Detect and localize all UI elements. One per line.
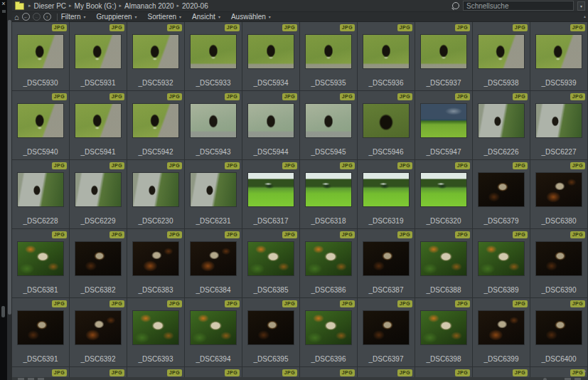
menu-gruppieren[interactable]: Gruppieren ▾ — [96, 13, 137, 21]
thumbnail-cell[interactable]: JPG _DSC6380 — [530, 160, 587, 228]
photo-thumbnail[interactable] — [18, 35, 63, 68]
thumbnail-cell[interactable]: JPG _DSC5932 — [127, 22, 184, 90]
thumbnail-cell[interactable]: JPG _DSC6390 — [530, 229, 587, 297]
photo-thumbnail[interactable] — [75, 173, 121, 206]
photo-thumbnail[interactable] — [363, 311, 409, 344]
photo-thumbnail[interactable] — [248, 242, 294, 275]
photo-thumbnail[interactable] — [479, 35, 524, 68]
photo-thumbnail[interactable] — [306, 35, 351, 68]
photo-thumbnail[interactable] — [479, 173, 524, 206]
photo-thumbnail[interactable] — [191, 173, 236, 206]
thumbnail-cell[interactable]: JPG _DSC6397 — [358, 298, 415, 366]
thumbnail-cell[interactable]: JPG _DSC6385 — [242, 229, 299, 297]
thumbnail-cell[interactable]: JPG _DSC6230 — [127, 160, 184, 228]
thumbnail-cell[interactable]: JPG _DSC6318 — [300, 160, 357, 228]
thumbnail-cell[interactable]: JPG _DSC5934 — [242, 22, 299, 90]
menu-ansicht[interactable]: Ansicht ▾ — [192, 13, 220, 21]
thumbnail-cell[interactable]: JPG _DSC6228 — [12, 160, 69, 228]
photo-thumbnail[interactable] — [421, 173, 466, 206]
thumbnail-cell[interactable]: JPG _DSC5941 — [70, 91, 127, 159]
search-options-dropdown[interactable]: ▾ — [577, 1, 585, 11]
thumbnail-cell[interactable]: JPG _DSC6389 — [473, 229, 530, 297]
thumbnail-cell[interactable]: JPG _DSC6398 — [415, 298, 472, 366]
close-icon[interactable]: × — [0, 0, 7, 8]
photo-thumbnail[interactable] — [363, 104, 409, 137]
thumbnail-cell[interactable]: JPG — [415, 367, 472, 377]
thumbnail-cell[interactable]: JPG _DSC6386 — [300, 229, 357, 297]
menu-sortieren[interactable]: Sortieren ▾ — [148, 13, 182, 21]
photo-thumbnail[interactable] — [536, 35, 582, 68]
thumbnail-cell[interactable]: JPG _DSC5935 — [300, 22, 357, 90]
thumbnail-cell[interactable]: JPG _DSC5946 — [358, 91, 415, 159]
photo-thumbnail[interactable] — [363, 35, 409, 68]
thumbnail-cell[interactable]: JPG — [530, 367, 587, 377]
thumbnail-cell[interactable]: JPG _DSC6227 — [530, 91, 587, 159]
photo-thumbnail[interactable] — [306, 311, 351, 344]
photo-thumbnail[interactable] — [421, 242, 466, 275]
thumbnail-cell[interactable]: JPG _DSC5944 — [242, 91, 299, 159]
photo-thumbnail[interactable] — [479, 104, 524, 137]
thumbnail-cell[interactable]: JPG _DSC5938 — [473, 22, 530, 90]
thumbnail-cell[interactable]: JPG _DSC6383 — [127, 229, 184, 297]
scrollbar-thumb[interactable] — [8, 20, 11, 315]
photo-thumbnail[interactable] — [536, 242, 582, 275]
photo-thumbnail[interactable] — [133, 242, 178, 275]
thumbnail-cell[interactable]: JPG — [12, 367, 69, 377]
thumbnail-cell[interactable]: JPG _DSC6387 — [358, 229, 415, 297]
vertical-scrollbar[interactable] — [7, 0, 12, 380]
breadcrumb-item-2020-06[interactable]: 2020-06 — [182, 2, 208, 10]
forward-icon[interactable]: → — [33, 13, 41, 21]
back-icon[interactable]: ← — [22, 13, 30, 21]
thumbnail-cell[interactable]: JPG _DSC6391 — [12, 298, 69, 366]
thumbnail-cell[interactable]: JPG — [70, 367, 127, 377]
folder-icon[interactable] — [15, 3, 24, 10]
photo-thumbnail[interactable] — [536, 104, 582, 137]
quicksearch-icon[interactable] — [452, 2, 459, 9]
photo-thumbnail[interactable] — [18, 242, 63, 275]
photo-thumbnail[interactable] — [363, 242, 409, 275]
photo-thumbnail[interactable] — [133, 173, 178, 206]
thumbnail-cell[interactable]: JPG _DSC5943 — [185, 91, 242, 159]
photo-thumbnail[interactable] — [248, 173, 294, 206]
thumbnail-cell[interactable]: JPG _DSC5942 — [127, 91, 184, 159]
photo-thumbnail[interactable] — [191, 311, 236, 344]
breadcrumb-item-my-book[interactable]: My Book (G:) — [75, 2, 117, 10]
thumbnail-cell[interactable]: JPG _DSC6319 — [358, 160, 415, 228]
photo-thumbnail[interactable] — [421, 35, 466, 68]
photo-thumbnail[interactable] — [306, 104, 351, 137]
breadcrumb-item-dieser-pc[interactable]: Dieser PC — [34, 2, 67, 10]
thumbnail-cell[interactable]: JPG _DSC5930 — [12, 22, 69, 90]
thumbnail-cell[interactable]: JPG — [185, 367, 242, 377]
thumbnail-cell[interactable]: JPG _DSC5937 — [415, 22, 472, 90]
thumbnail-cell[interactable]: JPG _DSC5945 — [300, 91, 357, 159]
thumbnail-cell[interactable]: JPG _DSC6379 — [473, 160, 530, 228]
photo-thumbnail[interactable] — [75, 311, 121, 344]
scroll-up-icon[interactable]: ▴ — [584, 14, 586, 19]
thumbnail-cell[interactable]: JPG _DSC6226 — [473, 91, 530, 159]
photo-thumbnail[interactable] — [18, 173, 63, 206]
thumbnail-cell[interactable]: JPG _DSC5931 — [70, 22, 127, 90]
photo-thumbnail[interactable] — [421, 104, 466, 137]
photo-thumbnail[interactable] — [248, 35, 294, 68]
thumbnail-cell[interactable]: JPG — [358, 367, 415, 377]
thumbnail-cell[interactable]: JPG _DSC6393 — [127, 298, 184, 366]
thumbnail-cell[interactable]: JPG _DSC5947 — [415, 91, 472, 159]
menu-auswaehlen[interactable]: Auswählen ▾ — [231, 13, 271, 21]
thumbnail-cell[interactable]: JPG _DSC6395 — [242, 298, 299, 366]
photo-thumbnail[interactable] — [75, 104, 121, 137]
photo-thumbnail[interactable] — [18, 311, 63, 344]
photo-thumbnail[interactable] — [306, 242, 351, 275]
photo-thumbnail[interactable] — [306, 173, 351, 206]
photo-thumbnail[interactable] — [18, 104, 63, 137]
photo-thumbnail[interactable] — [133, 35, 178, 68]
thumbnail-cell[interactable]: JPG _DSC6229 — [70, 160, 127, 228]
scroll-down-icon[interactable]: ▾ — [584, 369, 586, 374]
thumbnail-cell[interactable]: JPG _DSC6399 — [473, 298, 530, 366]
up-icon[interactable]: ↑ — [43, 13, 51, 21]
panel-resize-handle[interactable] — [1, 306, 5, 317]
menu-filtern[interactable]: Filtern ▾ — [61, 13, 86, 21]
thumbnail-cell[interactable]: JPG _DSC6320 — [415, 160, 472, 228]
photo-thumbnail[interactable] — [248, 311, 294, 344]
photo-thumbnail[interactable] — [133, 104, 178, 137]
thumbnail-cell[interactable]: JPG _DSC6384 — [185, 229, 242, 297]
